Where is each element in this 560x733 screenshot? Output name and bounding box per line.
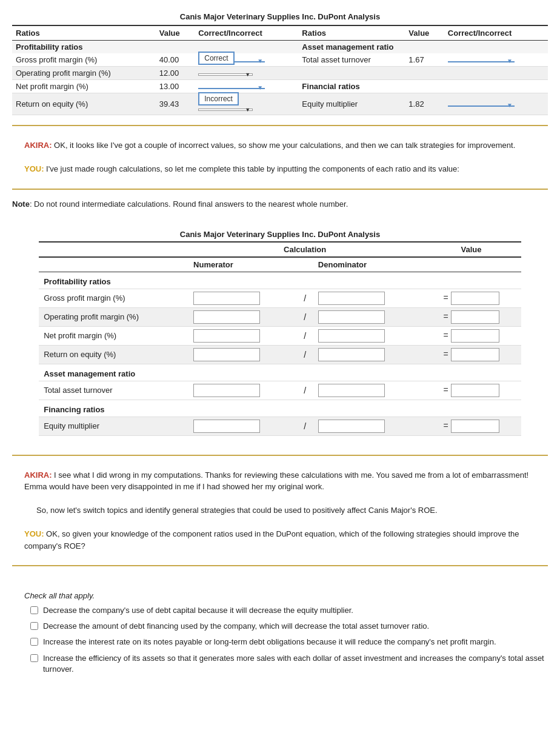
col-correct-incorrect-2: Correct/Incorrect [444,25,548,41]
checkbox-3[interactable] [30,638,38,646]
calc-net-eq: = [421,326,521,345]
equity-mult-value: 1.82 [405,93,444,115]
roe-value: 39.43 [156,93,195,115]
calc-gross-eq: = [421,289,521,307]
checkbox-1[interactable] [30,606,38,614]
calc-operating-slash: / [296,307,313,326]
gross-profit-label: Gross profit margin (%) [12,53,156,67]
calc-gross-slash: / [296,289,313,307]
operating-profit-dropdown-cell: Correct [195,67,298,80]
col-value-2: Value [405,25,444,41]
total-asset-dropdown[interactable] [448,60,515,62]
operating-profit-dropdown[interactable] [198,73,253,76]
calc-equity-value[interactable] [451,420,499,433]
col-value-1: Value [156,25,195,41]
calc-profitability-header: Profitability ratios [39,272,521,289]
net-profit-label: Net profit margin (%) [12,80,156,93]
you-text-1: I've just made rough calculations, so le… [44,164,459,173]
calc-sub-numerator: Numerator [188,257,296,272]
calc-net-denominator[interactable] [318,329,385,343]
net-profit-dropdown-cell [195,80,298,93]
chat-block-1: AKIRA: OK, it looks like I've got a coup… [12,136,548,179]
check-all-label: Check all that apply. [24,591,548,600]
calc-equity-numerator[interactable] [193,420,260,433]
calc-asset-denominator[interactable] [318,384,385,397]
page-title-1: Canis Major Veterinary Supplies Inc. DuP… [12,12,548,21]
asset-section-header: Asset management ratio [298,41,548,54]
calc-asset-eq: = [421,381,521,400]
akira-text-1: OK, it looks like I've got a couple of i… [52,141,516,150]
calc-net-slash: / [296,326,313,345]
financial-section-header-empty [298,67,405,80]
net-profit-value: 13.00 [156,80,195,93]
calc-roe-denominator[interactable] [318,348,385,361]
calc-net-value[interactable] [451,329,499,343]
calc-roe-label: Return on equity (%) [39,345,188,364]
roe-dropdown[interactable] [198,109,253,111]
equity-mult-label: Equity multiplier [298,93,405,115]
total-asset-dropdown-cell [444,53,548,67]
checkbox-item-4: Increase the efficiency of its assets so… [30,653,548,675]
calc-gross-label: Gross profit margin (%) [39,289,188,307]
calc-gross-denominator[interactable] [318,292,385,305]
checkbox-label-1: Decrease the company's use of debt capit… [43,605,353,616]
you-label-1: YOU: [24,164,44,173]
calc-operating-numerator[interactable] [193,310,260,324]
calc-net-numerator[interactable] [193,329,260,343]
note-block: Note: Do not round intermediate calculat… [12,199,548,209]
profitability-section-header: Profitability ratios [12,41,298,54]
calc-gross-numerator[interactable] [193,292,260,305]
calc-roe-eq: = [421,345,521,364]
roe-dropdown-cell: Incorrect [195,93,298,115]
calc-sub-empty [39,257,188,272]
calc-equity-denominator[interactable] [318,420,385,433]
financial-section-empty3 [444,67,548,80]
col-correct-incorrect-1: Correct/Incorrect [195,25,298,41]
calc-asset-slash: / [296,381,313,400]
checkbox-4[interactable] [30,654,38,662]
calc-operating-value[interactable] [451,310,499,324]
divider-4 [12,565,548,566]
calc-asset-numerator[interactable] [193,384,260,397]
checkbox-2[interactable] [30,622,38,630]
total-asset-label: Total asset turnover [298,53,405,67]
checkbox-item-2: Decrease the amount of debt financing us… [30,621,548,632]
roe-label: Return on equity (%) [12,93,156,115]
checkbox-label-4: Increase the efficiency of its assets so… [43,653,548,675]
calc-operating-denominator[interactable] [318,310,385,324]
equity-mult-dropdown-cell [444,93,548,115]
calc-sub-slash [296,257,313,272]
net-profit-dropdown[interactable] [198,87,265,89]
equity-mult-dropdown[interactable] [448,104,515,107]
incorrect-popup: Incorrect [198,92,239,105]
checkbox-item-3: Increase the interest rate on its notes … [30,637,548,648]
calc-col-value: Value [421,242,521,257]
divider-2 [12,189,548,190]
divider-1 [12,125,548,126]
calc-net-label: Net profit margin (%) [39,326,188,345]
chat-block-2: AKIRA: I see what I did wrong in my comp… [12,466,548,556]
page-title-2: Canis Major Veterinary Supplies Inc. DuP… [12,230,548,239]
akira-text-2b: So, now let's switch topics and identify… [36,506,438,515]
calc-asset-label: Total asset turnover [39,381,188,400]
note-text: : Do not round intermediate calculations… [30,199,348,209]
calc-roe-numerator[interactable] [193,348,260,361]
col-ratios-2: Ratios [298,25,405,41]
divider-3 [12,455,548,456]
checkbox-label-2: Decrease the amount of debt financing us… [43,621,429,632]
calc-gross-value[interactable] [451,292,499,305]
gross-profit-value: 40.00 [156,53,195,67]
dupont-table-1: Ratios Value Correct/Incorrect Ratios Va… [12,25,548,115]
calc-sub-value-empty [421,257,521,272]
akira-label-1: AKIRA: [24,141,52,150]
calc-roe-value[interactable] [451,348,499,361]
akira-text-2a: I see what I did wrong in my computation… [24,470,528,492]
calc-table: Calculation Value Numerator Denominator … [39,241,521,436]
operating-profit-value: 12.00 [156,67,195,80]
financial-section-header: Financial ratios [298,80,548,93]
operating-profit-label: Operating profit margin (%) [12,67,156,80]
calc-roe-slash: / [296,345,313,364]
checkbox-label-3: Increase the interest rate on its notes … [43,637,496,648]
total-asset-value: 1.67 [405,53,444,67]
calc-asset-value[interactable] [451,384,499,397]
